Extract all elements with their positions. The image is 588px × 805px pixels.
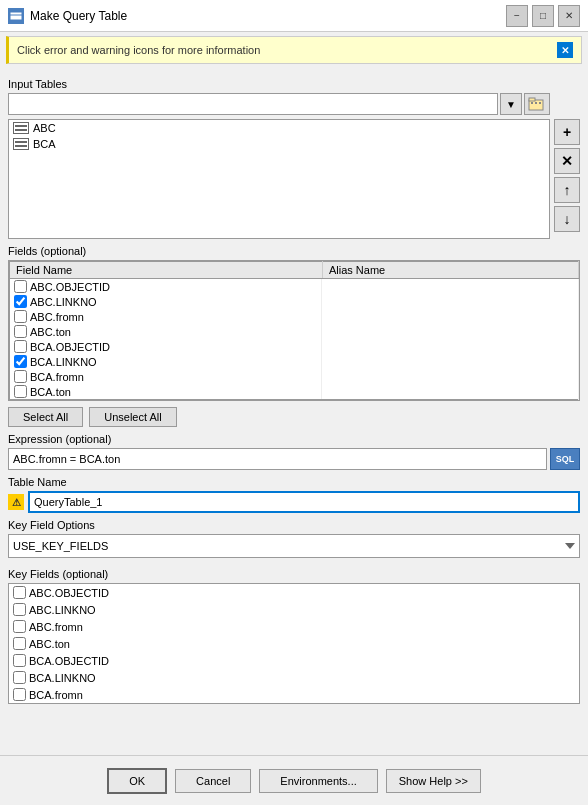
maximize-button[interactable]: □ [532, 5, 554, 27]
info-close-button[interactable]: ✕ [557, 42, 573, 58]
input-tables-dropdown[interactable] [8, 93, 498, 115]
field-alias-1 [322, 294, 578, 309]
key-field-checkbox-4[interactable] [13, 654, 26, 667]
bottom-bar: OK Cancel Environments... Show Help >> [0, 755, 588, 805]
field-checkbox-4[interactable] [14, 340, 27, 353]
alias-name-header: Alias Name [322, 262, 578, 279]
browse-button[interactable] [524, 93, 550, 115]
minimize-button[interactable]: − [506, 5, 528, 27]
key-field-item: BCA.LINKNO [9, 669, 579, 686]
field-name-3: ABC.ton [30, 326, 71, 338]
key-field-name-5: BCA.LINKNO [29, 672, 96, 684]
field-alias-4 [322, 339, 578, 354]
fields-row: BCA.LINKNO [10, 354, 579, 369]
expression-row: SQL [8, 448, 580, 470]
main-content: Input Tables ▼ [0, 68, 588, 755]
table-item-abc-label: ABC [33, 122, 56, 134]
ok-button[interactable]: OK [107, 768, 167, 794]
key-field-name-0: ABC.OBJECTID [29, 587, 109, 599]
select-buttons-row: Select All Unselect All [8, 407, 580, 427]
svg-rect-0 [10, 12, 22, 20]
field-alias-5 [322, 354, 578, 369]
fields-label: Fields (optional) [8, 245, 580, 257]
fields-row: BCA.fromn [10, 369, 579, 384]
environments-button[interactable]: Environments... [259, 769, 377, 793]
remove-table-button[interactable]: ✕ [554, 148, 580, 174]
key-field-checkbox-6[interactable] [13, 688, 26, 701]
key-field-options-select[interactable]: USE_KEY_FIELDS NO_KEY_FIELDS [8, 534, 580, 558]
tables-list: ABC BCA [8, 119, 550, 239]
key-fields-label: Key Fields (optional) [8, 568, 580, 580]
unselect-all-button[interactable]: Unselect All [89, 407, 176, 427]
select-all-button[interactable]: Select All [8, 407, 83, 427]
field-checkbox-6[interactable] [14, 370, 27, 383]
field-alias-7 [322, 384, 578, 400]
key-field-checkbox-3[interactable] [13, 637, 26, 650]
key-field-checkbox-0[interactable] [13, 586, 26, 599]
move-up-button[interactable]: ↑ [554, 177, 580, 203]
field-checkbox-0[interactable] [14, 280, 27, 293]
key-field-checkbox-5[interactable] [13, 671, 26, 684]
table-item-bca-label: BCA [33, 138, 56, 150]
title-icon [8, 8, 24, 24]
input-tables-left: ▼ ABC [8, 93, 550, 239]
key-field-item: BCA.fromn [9, 686, 579, 703]
field-checkbox-1[interactable] [14, 295, 27, 308]
field-alias-3 [322, 324, 578, 339]
sql-button[interactable]: SQL [550, 448, 580, 470]
field-name-header: Field Name [10, 262, 323, 279]
key-field-item: ABC.ton [9, 635, 579, 652]
window-title: Make Query Table [30, 9, 506, 23]
key-field-name-4: BCA.OBJECTID [29, 655, 109, 667]
svg-rect-6 [539, 102, 541, 104]
table-item-bca[interactable]: BCA [9, 136, 549, 152]
expression-label: Expression (optional) [8, 433, 580, 445]
fields-row: ABC.OBJECTID [10, 279, 579, 295]
field-alias-6 [322, 369, 578, 384]
info-bar: Click error and warning icons for more i… [6, 36, 582, 64]
key-field-name-3: ABC.ton [29, 638, 70, 650]
field-name-7: BCA.ton [30, 386, 71, 398]
field-name-4: BCA.OBJECTID [30, 341, 110, 353]
field-name-2: ABC.fromn [30, 311, 84, 323]
input-tables-dropdown-row: ▼ [8, 93, 550, 115]
expression-input[interactable] [8, 448, 547, 470]
move-down-button[interactable]: ↓ [554, 206, 580, 232]
fields-container: Field Name Alias Name ABC.OBJECTID ABC.L… [8, 260, 580, 401]
field-checkbox-5[interactable] [14, 355, 27, 368]
info-message: Click error and warning icons for more i… [17, 44, 260, 56]
fields-row: ABC.fromn [10, 309, 579, 324]
table-name-input[interactable] [28, 491, 580, 513]
field-checkbox-7[interactable] [14, 385, 27, 398]
key-field-options-row: USE_KEY_FIELDS NO_KEY_FIELDS [8, 534, 580, 562]
table-icon-bca [13, 138, 29, 150]
fields-table: Field Name Alias Name ABC.OBJECTID ABC.L… [9, 261, 579, 400]
dropdown-arrow-btn[interactable]: ▼ [500, 93, 522, 115]
key-field-checkbox-2[interactable] [13, 620, 26, 633]
fields-row: BCA.OBJECTID [10, 339, 579, 354]
key-field-item: ABC.OBJECTID [9, 584, 579, 601]
svg-rect-5 [535, 102, 537, 104]
close-button[interactable]: ✕ [558, 5, 580, 27]
input-tables-section: ▼ ABC [8, 93, 580, 239]
add-table-button[interactable]: + [554, 119, 580, 145]
key-field-options-label: Key Field Options [8, 519, 580, 531]
svg-rect-3 [529, 98, 535, 101]
show-help-button[interactable]: Show Help >> [386, 769, 481, 793]
key-field-name-2: ABC.fromn [29, 621, 83, 633]
window-controls: − □ ✕ [506, 5, 580, 27]
table-item-abc[interactable]: ABC [9, 120, 549, 136]
field-checkbox-3[interactable] [14, 325, 27, 338]
key-field-checkbox-1[interactable] [13, 603, 26, 616]
table-icon-abc [13, 122, 29, 134]
key-field-item: ABC.LINKNO [9, 601, 579, 618]
fields-row: ABC.LINKNO [10, 294, 579, 309]
table-name-row: ⚠ [8, 491, 580, 513]
key-fields-list: ABC.OBJECTID ABC.LINKNO ABC.fromn ABC.to… [8, 583, 580, 704]
field-checkbox-2[interactable] [14, 310, 27, 323]
cancel-button[interactable]: Cancel [175, 769, 251, 793]
fields-row: ABC.ton [10, 324, 579, 339]
warning-icon: ⚠ [8, 494, 24, 510]
fields-row: BCA.ton [10, 384, 579, 400]
key-field-item: ABC.fromn [9, 618, 579, 635]
